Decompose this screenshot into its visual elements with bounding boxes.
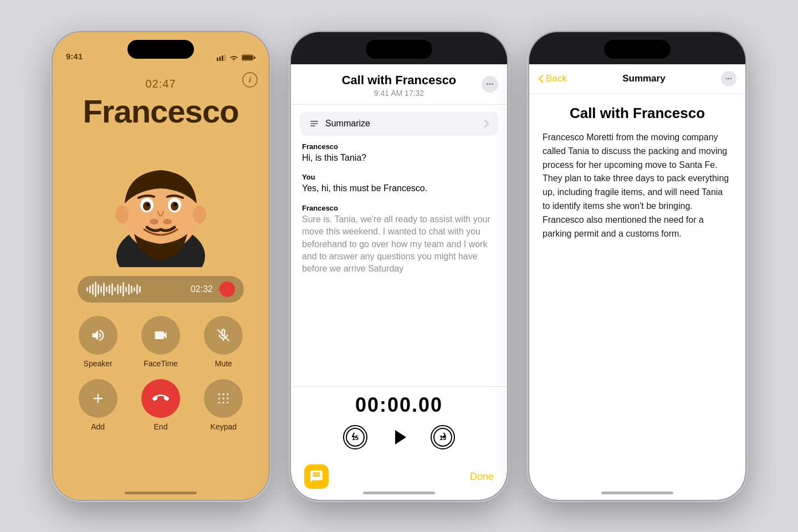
time-1: 9:41 [66,52,83,61]
info-icon[interactable]: i [242,72,258,88]
dynamic-island-3 [604,40,671,59]
playback-section: 00:00.00 15 15 [291,386,507,460]
svg-rect-2 [222,55,223,61]
svg-rect-1 [219,57,221,61]
mute-icon [216,328,231,343]
svg-point-28 [223,402,224,403]
message-1: Francesco Hi, is this Tania? [302,142,496,164]
battery-icon-2 [480,54,494,61]
signal-icon-3 [693,54,703,61]
svg-point-27 [218,402,220,403]
add-icon [90,391,106,406]
battery-icon-3 [718,54,732,61]
caller-name: Francesco [83,93,238,130]
record-button[interactable] [219,282,235,297]
summary-screen: Back Summary ··· Call with Francesco Fra… [529,64,745,500]
add-button[interactable]: Add [72,379,124,431]
status-icons-1 [217,54,255,61]
facetime-circle [141,316,180,355]
svg-rect-33 [463,54,464,61]
home-indicator-2 [363,492,435,494]
time-2: 9:41 [304,52,321,61]
memoji-svg [94,140,227,267]
status-icons-3 [693,54,732,61]
facetime-button[interactable]: FaceTime [135,316,186,368]
facetime-icon [153,328,168,343]
memoji-avatar [94,134,227,267]
transcript-body: Francesco Hi, is this Tania? You Yes, hi… [291,142,507,386]
svg-rect-42 [693,58,695,61]
forward-icon: 15 [433,427,453,447]
phone-3: 9:41 Back Summary ··· Call with Francesc… [529,32,745,500]
back-button[interactable]: Back [538,73,567,84]
chevron-right-icon [484,119,489,128]
svg-rect-30 [455,58,457,61]
more-button-3[interactable]: ··· [721,71,736,86]
battery-icon [242,54,255,61]
signal-icon-2 [455,54,464,61]
rewind-icon: 15 [345,427,365,447]
svg-point-19 [163,219,172,224]
done-button[interactable]: Done [470,471,494,483]
svg-rect-3 [224,54,226,61]
summary-body: Call with Francesco Francesco Moretti fr… [529,94,745,500]
rewind-button[interactable]: 15 [343,425,367,449]
svg-point-29 [227,402,228,403]
wifi-icon [229,54,238,61]
svg-point-22 [223,393,224,395]
home-indicator-1 [125,492,197,494]
transcript-title: Call with Francesco [302,73,496,88]
facetime-label: FaceTime [144,359,178,368]
svg-point-10 [115,206,129,223]
summary-nav: Back Summary ··· [529,64,745,94]
mute-circle [204,316,243,355]
summarize-label: Summarize [325,119,370,129]
msg-text-3: Sure is. Tania, we're all ready to assis… [302,213,496,275]
svg-rect-0 [217,58,218,61]
phone-2: 9:41 Call with Francesco 9:41 AM 17:32 ·… [291,32,507,500]
svg-point-18 [150,219,158,224]
phone-1: 9:41 i 02:47 Francesco [53,32,269,500]
call-screen: i 02:47 Francesco [53,32,269,500]
add-circle [79,379,117,418]
end-call-circle [141,379,180,418]
summary-text: Francesco Moretti from the moving compan… [543,131,732,241]
home-indicator-3 [601,492,673,494]
svg-point-11 [193,206,206,223]
play-icon [386,424,412,450]
playback-timer: 00:00.00 [355,393,443,417]
mute-button[interactable]: Mute [198,316,249,368]
summarize-left: Summarize [309,118,370,129]
summary-nav-title: Summary [622,73,665,84]
waveform-visual [86,282,184,297]
speaker-1: Francesco [302,142,496,151]
svg-point-14 [143,202,151,211]
chat-icon-button[interactable] [304,464,329,489]
speaker-icon [90,328,106,343]
playback-controls: 15 15 [343,423,455,451]
svg-point-24 [218,397,220,399]
add-label: Add [91,422,105,431]
svg-rect-6 [254,57,255,59]
svg-rect-45 [701,54,703,61]
end-call-icon [152,390,169,407]
svg-point-17 [174,203,177,206]
summarize-row[interactable]: Summarize [300,111,498,136]
end-call-button[interactable]: End [135,379,186,431]
transcript-header: Call with Francesco 9:41 AM 17:32 ··· [291,64,507,105]
speaker-button[interactable]: Speaker [72,316,124,368]
svg-rect-5 [242,55,253,60]
summary-call-title: Call with Francesco [543,105,732,122]
play-button[interactable] [385,423,413,451]
keypad-circle [204,379,243,418]
message-2: You Yes, hi, this must be Francesco. [302,173,496,195]
keypad-button[interactable]: Keypad [198,379,249,431]
more-button[interactable]: ··· [482,76,498,93]
svg-point-23 [227,393,228,395]
message-3: Francesco Sure is. Tania, we're all read… [302,204,496,275]
time-3: 9:41 [543,52,559,61]
waveform-time: 02:32 [191,284,213,294]
dynamic-island-2 [366,40,432,59]
forward-button[interactable]: 15 [431,425,455,449]
status-icons-2 [455,54,494,61]
